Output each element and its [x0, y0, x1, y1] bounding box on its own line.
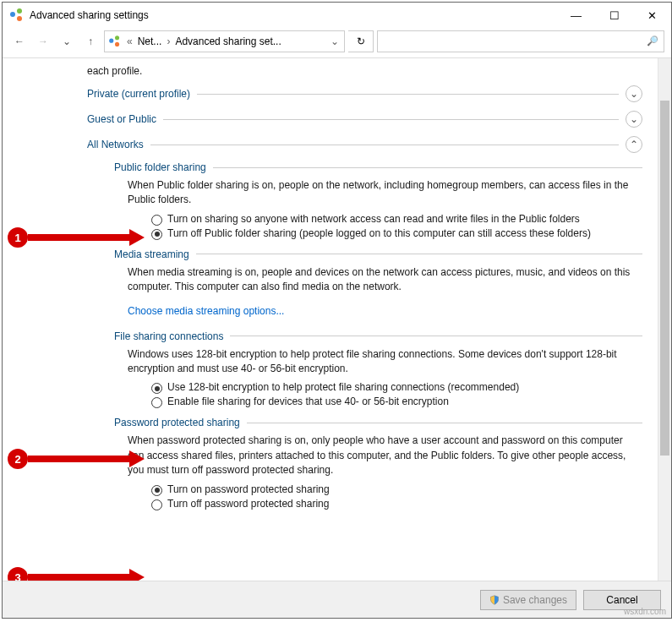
breadcrumb-separator: ›	[165, 35, 172, 47]
intro-fragment: each profile.	[87, 65, 642, 77]
back-button[interactable]: ←	[9, 31, 30, 52]
radio-encryption-128[interactable]: Use 128-bit encryption to help protect f…	[151, 381, 642, 394]
maximize-button[interactable]: ☐	[595, 3, 633, 27]
radio-password-off[interactable]: Turn off password protected sharing	[151, 498, 642, 510]
section-media-streaming: Media streaming	[114, 248, 642, 260]
radio-public-folder-on[interactable]: Turn on sharing so anyone with network a…	[151, 213, 642, 226]
radio-icon	[151, 229, 162, 240]
profile-private-header[interactable]: Private (current profile) ⌄	[87, 85, 642, 102]
section-password-protected-sharing: Password protected sharing	[114, 417, 642, 428]
recent-locations-button[interactable]: ⌄	[57, 31, 77, 52]
radio-encryption-4056[interactable]: Enable file sharing for devices that use…	[151, 396, 642, 408]
radio-password-on[interactable]: Turn on password protected sharing	[151, 483, 642, 496]
titlebar: Advanced sharing settings — ☐ ✕	[3, 3, 671, 28]
minimize-button[interactable]: —	[557, 3, 595, 27]
chevron-up-icon[interactable]: ⌃	[626, 136, 642, 153]
forward-button[interactable]: →	[33, 31, 53, 52]
shield-icon	[489, 595, 500, 605]
profile-private-label: Private (current profile)	[87, 88, 190, 100]
profile-guest-header[interactable]: Guest or Public ⌄	[87, 111, 642, 128]
password-protected-desc: When password protected sharing is on, o…	[128, 434, 632, 477]
radio-icon	[151, 383, 162, 394]
network-center-icon	[9, 8, 25, 23]
section-file-sharing-connections: File sharing connections	[114, 330, 642, 342]
profile-guest-label: Guest or Public	[87, 113, 156, 125]
file-sharing-desc: Windows uses 128-bit encryption to help …	[128, 347, 632, 377]
radio-icon	[151, 215, 162, 226]
public-folder-desc: When Public folder sharing is on, people…	[128, 178, 632, 208]
breadcrumb-network[interactable]: Net...	[138, 35, 162, 47]
profile-allnetworks-header[interactable]: All Networks ⌃	[87, 136, 642, 153]
network-center-icon	[109, 35, 121, 47]
vertical-scrollbar[interactable]	[658, 58, 671, 581]
radio-icon	[151, 397, 162, 408]
chevron-down-icon[interactable]: ⌄	[626, 85, 642, 102]
address-dropdown-icon[interactable]: ⌄	[329, 35, 341, 47]
footer-bar: Save changes Cancel	[3, 581, 671, 618]
profile-allnetworks-label: All Networks	[87, 139, 144, 150]
close-button[interactable]: ✕	[633, 3, 671, 27]
settings-panel: each profile. Private (current profile) …	[3, 58, 658, 581]
link-media-streaming-options[interactable]: Choose media streaming options...	[128, 305, 284, 317]
save-changes-button[interactable]: Save changes	[480, 590, 576, 610]
radio-icon	[151, 499, 162, 510]
search-icon: 🔍	[647, 35, 658, 46]
watermark: wsxdn.com	[624, 607, 666, 616]
explorer-toolbar: ← → ⌄ ↑ « Net... › Advanced sharing set.…	[3, 28, 671, 58]
radio-public-folder-off[interactable]: Turn off Public folder sharing (people l…	[151, 227, 642, 240]
chevron-down-icon[interactable]: ⌄	[626, 111, 642, 128]
refresh-button[interactable]: ↻	[348, 30, 374, 52]
content-area: each profile. Private (current profile) …	[3, 58, 671, 581]
window-title: Advanced sharing settings	[30, 9, 149, 21]
radio-icon	[151, 485, 162, 496]
scroll-thumb[interactable]	[660, 101, 669, 456]
media-streaming-desc: When media streaming is on, people and d…	[128, 265, 632, 295]
up-button[interactable]: ↑	[80, 31, 101, 52]
advanced-sharing-window: Advanced sharing settings — ☐ ✕ ← → ⌄ ↑ …	[2, 2, 672, 619]
breadcrumb-prefix: «	[125, 35, 134, 47]
search-box[interactable]: 🔍	[377, 30, 664, 52]
address-bar[interactable]: « Net... › Advanced sharing set... ⌄	[104, 30, 345, 52]
section-public-folder-sharing: Public folder sharing	[114, 161, 642, 173]
breadcrumb-current[interactable]: Advanced sharing set...	[175, 35, 281, 47]
